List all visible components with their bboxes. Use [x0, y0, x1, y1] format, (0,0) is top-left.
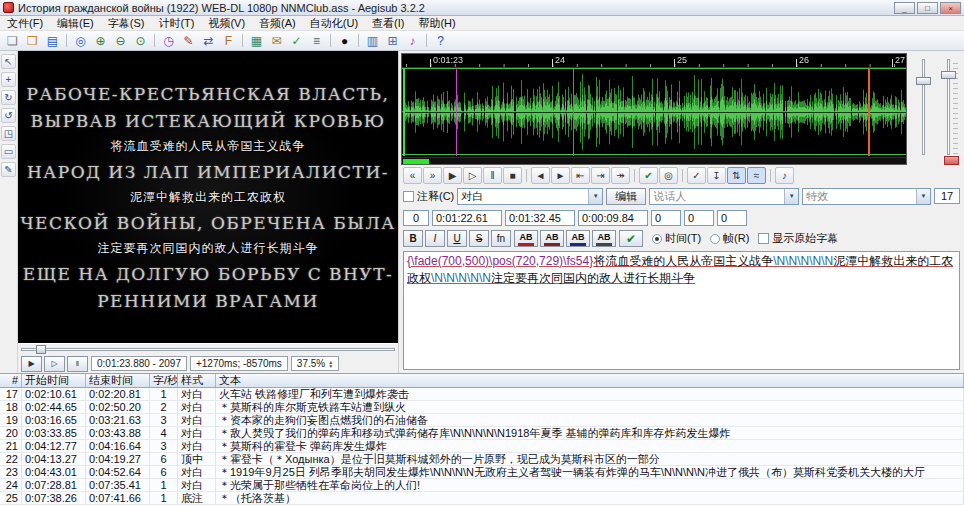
new-subtitles-button[interactable]: ❏ [3, 32, 22, 49]
subtitle-row[interactable]: 210:04:12.770:04:16.643对白＊莫斯科的霍登卡 弹药库发生爆… [0, 440, 964, 453]
subtitle-row[interactable]: 200:03:33.850:03:43.884对白＊敌人焚毁了我们的弹药库和移动… [0, 427, 964, 440]
select-tool-button[interactable]: ↖ [1, 54, 16, 69]
save-subtitles-button[interactable]: ▤ [43, 32, 62, 49]
video-zoom-control[interactable]: 37.5% ▲▼ [291, 356, 339, 371]
actor-dropdown[interactable]: 说话人 ▼ [649, 188, 799, 205]
shift-times-button[interactable]: ◷ [159, 32, 178, 49]
subtitle-row[interactable]: 170:02:10.610:02:20.811对白火车站 铁路修理厂和列车遭到爆… [0, 388, 964, 401]
volume-link-button[interactable] [944, 156, 959, 165]
subtitle-row[interactable]: 180:02:44.650:02:50.202对白＊莫斯科的库尔斯克铁路车站遭到… [0, 401, 964, 414]
outline-color-button[interactable]: AB [566, 230, 590, 247]
maximize-button[interactable]: □ [917, 2, 938, 14]
previous-line-button[interactable]: « [403, 167, 422, 184]
zoom-out-button[interactable]: ⊖ [111, 32, 130, 49]
rotate-z-tool-button[interactable]: ↻ [1, 90, 16, 105]
open-subtitles-button[interactable]: ❒ [23, 32, 42, 49]
play-to-end-button[interactable]: ↠ [611, 167, 630, 184]
resample-resolution-button[interactable]: ⊞ [383, 32, 402, 49]
minimize-button[interactable]: _ [894, 2, 915, 14]
title-bar[interactable]: История гражданской войны (1922) WEB-DL … [0, 0, 964, 16]
margin-left-field[interactable]: 0 [651, 210, 681, 226]
bold-button[interactable]: B [403, 230, 423, 247]
help-button[interactable]: ? [431, 32, 450, 49]
margin-right-field[interactable]: 0 [684, 210, 714, 226]
audio-zoom-thumb[interactable] [916, 77, 931, 85]
grid-header-col-2[interactable]: 结束时间 [86, 374, 150, 387]
pause-button[interactable]: ‖ [483, 167, 502, 184]
grid-header-col-0[interactable]: # [0, 374, 22, 387]
italic-button[interactable]: I [425, 230, 445, 247]
video-display[interactable]: РАБОЧЕ-КРЕСТЬЯНСКАЯ ВЛАСТЬ,ВЫРВАВ ИСТЕКА… [18, 51, 398, 343]
video-seek-bar[interactable] [18, 343, 398, 354]
audio-scrollbar[interactable] [402, 157, 906, 164]
play-first-500ms-button[interactable]: ⇤ [571, 167, 590, 184]
menu-item-3[interactable]: 计时(T) [151, 16, 201, 31]
time-mode-radio[interactable]: 时间(T) [652, 231, 701, 246]
audio-zoom-slider[interactable] [913, 57, 933, 157]
play-line-button[interactable]: ▷ [44, 356, 65, 372]
show-original-checkbox[interactable]: 显示原始字幕 [758, 231, 838, 246]
properties-button[interactable]: ≡ [307, 32, 326, 49]
play-500ms-before-button[interactable]: ◄ [531, 167, 550, 184]
duration-field[interactable]: 0:00:09.84 [578, 210, 648, 226]
pause-button[interactable]: ‖ [67, 356, 88, 372]
grid-header-col-1[interactable]: 开始时间 [22, 374, 86, 387]
kanji-timer-button[interactable]: ♪ [403, 32, 422, 49]
translation-assistant-button[interactable]: ⇄ [199, 32, 218, 49]
style-dropdown[interactable]: 对白 ▼ [457, 188, 603, 205]
grid-header-col-4[interactable]: 样式 [178, 374, 216, 387]
goto-selection-button[interactable]: ◎ [659, 167, 678, 184]
scale-tool-button[interactable]: ◳ [1, 126, 16, 141]
subtitle-row[interactable]: 230:04:43.010:04:52.646对白＊1919年9月25日 列昂季… [0, 466, 964, 479]
menu-item-1[interactable]: 编辑(E) [50, 16, 101, 31]
subtitle-edit-box[interactable]: {\fade(700,500)\pos(720,729)\fs54}将流血受难的… [403, 251, 960, 370]
zoom-fit-button[interactable]: ⊙ [131, 32, 150, 49]
audio-volume-slider[interactable] [938, 57, 958, 157]
underline-button[interactable]: U [447, 230, 467, 247]
zoom-spinner-icon[interactable]: ▲▼ [328, 360, 333, 368]
audio-volume-thumb[interactable] [941, 71, 956, 79]
zoom-in-button[interactable]: ⊕ [91, 32, 110, 49]
play-selection-button[interactable]: ▶ [443, 167, 462, 184]
subtitle-row[interactable]: 190:03:16.650:03:21.633对白＊资本家的走狗们妄图点燃我们的… [0, 414, 964, 427]
audio-scrollbar-thumb[interactable] [403, 159, 429, 164]
shadow-color-button[interactable]: AB [592, 230, 616, 247]
audio-waveform[interactable]: 0:01:2324252627 [401, 53, 907, 165]
attachments-button[interactable]: ✉ [267, 32, 286, 49]
end-time-field[interactable]: 0:01:32.45 [505, 210, 575, 226]
subtitle-row[interactable]: 250:07:38.260:07:41.661底注＊（托洛茨基） [0, 492, 964, 505]
margin-vertical-field[interactable]: 0 [717, 210, 747, 226]
menu-item-5[interactable]: 音频(A) [252, 16, 303, 31]
select-lines-button[interactable]: ▥ [363, 32, 382, 49]
play-500ms-after-button[interactable]: ► [551, 167, 570, 184]
primary-color-button[interactable]: AB [514, 230, 538, 247]
next-line-button[interactable]: » [423, 167, 442, 184]
play-last-500ms-button[interactable]: ⇥ [591, 167, 610, 184]
frame-mode-radio[interactable]: 帧(R) [710, 231, 749, 246]
menu-item-0[interactable]: 文件(F) [0, 16, 50, 31]
font-name-button[interactable]: fn [491, 230, 511, 247]
jump-to-button[interactable]: ◎ [71, 32, 90, 49]
start-time-field[interactable]: 0:01:22.61 [432, 210, 502, 226]
menu-item-8[interactable]: 帮助(H) [411, 16, 462, 31]
clip-tool-button[interactable]: ▭ [1, 144, 16, 159]
waveform-canvas[interactable] [402, 54, 906, 164]
commit-button[interactable]: ✔ [619, 230, 643, 247]
menu-item-7[interactable]: 查看(I) [365, 16, 411, 31]
spell-checker-button[interactable]: ✓ [287, 32, 306, 49]
auto-scroll-button[interactable]: ⇅ [727, 167, 746, 184]
grid-header-col-5[interactable]: 文本 [216, 374, 964, 387]
close-button[interactable]: × [940, 2, 961, 14]
styling-assistant-button[interactable]: ✎ [179, 32, 198, 49]
commit-button[interactable]: ✔ [639, 167, 658, 184]
play-button[interactable]: ▶ [21, 356, 42, 372]
automation-button[interactable]: ● [335, 32, 354, 49]
seek-thumb[interactable] [36, 345, 46, 354]
karaoke-mode-button[interactable]: ♪ [775, 167, 794, 184]
vector-clip-tool-button[interactable]: ✎ [1, 162, 16, 177]
fonts-collector-button[interactable]: F [219, 32, 238, 49]
styles-manager-button[interactable]: ▦ [247, 32, 266, 49]
edit-style-button[interactable]: 编辑 [606, 188, 646, 205]
effect-dropdown[interactable]: 特效 ▼ [802, 188, 931, 205]
subtitle-row[interactable]: 240:07:28.810:07:35.411对白＊光荣属于那些牺牲在革命岗位上… [0, 479, 964, 492]
